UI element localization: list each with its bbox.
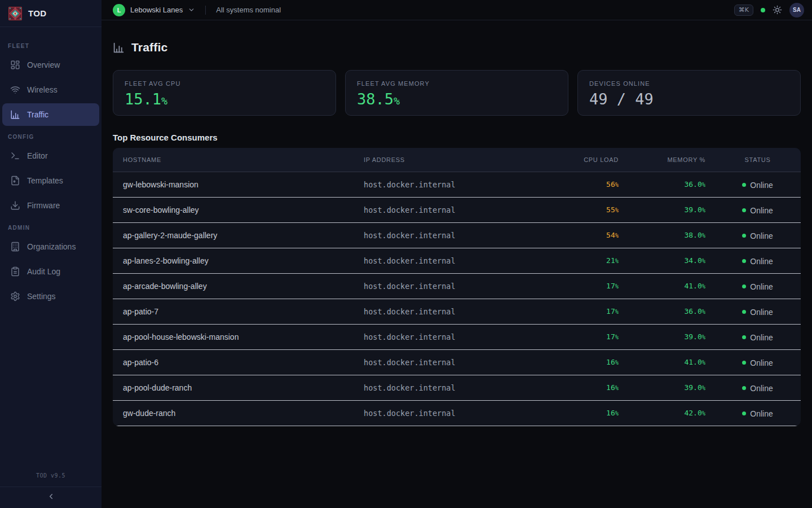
sidebar-item-wireless[interactable]: Wireless [2,78,99,101]
cell-memory: 42.0% [628,400,714,426]
sidebar-item-label: Templates [27,176,63,185]
table-header-row: HOSTNAME IP ADDRESS CPU LOAD MEMORY % ST… [113,148,801,172]
cell-hostname: ap-pool-dude-ranch [113,375,355,400]
table-row[interactable]: sw-core-bowling-alley host.docker.intern… [113,197,801,222]
cell-hostname: sw-core-bowling-alley [113,197,355,222]
building-icon [10,242,20,252]
topbar-divider [205,6,206,15]
status-text: Online [750,282,773,291]
page-title: Traffic [131,41,167,54]
stat-card-fleet-avg-memory: FLEET AVG MEMORY 38.5% [345,70,568,116]
cell-hostname: gw-lebowski-mansion [113,172,355,197]
cell-ip: host.docker.internal [355,400,547,426]
table-row[interactable]: gw-lebowski-mansion host.docker.internal… [113,172,801,197]
cell-hostname: ap-patio-7 [113,299,355,324]
download-icon [10,200,20,211]
online-dot-icon [742,310,746,314]
column-header-ip: IP ADDRESS [355,148,547,172]
cell-memory: 39.0% [628,197,714,222]
status-text: Online [750,257,773,266]
column-header-cpu: CPU LOAD [547,148,628,172]
online-dot-icon [742,386,746,390]
cell-cpu: 21% [547,248,628,273]
status-text: Online [750,308,773,317]
sun-icon [773,5,782,15]
page-content: Traffic FLEET AVG CPU 15.1% FLEET AVG ME… [102,20,812,426]
cell-ip: host.docker.internal [355,349,547,375]
cell-cpu: 54% [547,222,628,248]
sidebar-item-overview[interactable]: Overview [2,54,99,76]
table-row[interactable]: ap-arcade-bowling-alley host.docker.inte… [113,273,801,299]
theme-toggle-button[interactable] [773,5,782,15]
sidebar-item-firmware[interactable]: Firmware [2,194,99,217]
app-name: TOD [28,8,47,18]
online-dot-icon [742,234,746,238]
user-avatar[interactable]: SA [789,3,804,17]
cell-cpu: 56% [547,172,628,197]
sidebar-nav: FLEET Overview Wireless Traffic CONFIG E… [0,27,102,472]
sidebar-item-traffic[interactable]: Traffic [2,103,99,126]
cell-ip: host.docker.internal [355,273,547,299]
table-row[interactable]: gw-dude-ranch host.docker.internal 16% 4… [113,400,801,426]
system-status-text: All systems nominal [216,6,281,14]
org-switcher[interactable]: L Lebowski Lanes [113,4,195,16]
cell-status: Online [714,349,801,375]
sidebar-item-settings[interactable]: Settings [2,285,99,308]
file-icon [10,176,20,186]
table-row[interactable]: ap-patio-6 host.docker.internal 16% 41.0… [113,349,801,375]
status-text: Online [750,409,773,418]
sidebar-item-label: Organizations [27,242,76,251]
command-palette-shortcut[interactable]: ⌘K [734,5,753,16]
sidebar-collapse-button[interactable] [0,487,102,508]
cell-ip: host.docker.internal [355,248,547,273]
online-dot-icon [742,259,746,263]
table-row[interactable]: ap-pool-house-lebowski-mansion host.dock… [113,324,801,349]
online-dot-icon [742,208,746,212]
org-avatar: L [113,4,125,16]
cell-cpu: 17% [547,273,628,299]
sidebar-item-organizations[interactable]: Organizations [2,235,99,258]
org-name: Lebowski Lanes [130,6,183,14]
column-header-hostname: HOSTNAME [113,148,355,172]
status-text: Online [750,181,773,190]
cell-hostname: ap-arcade-bowling-alley [113,273,355,299]
status-text: Online [750,206,773,215]
sidebar-item-label: Overview [27,60,60,69]
app-logo-icon [8,6,23,21]
table-row[interactable]: ap-pool-dude-ranch host.docker.internal … [113,375,801,400]
cell-hostname: ap-patio-6 [113,349,355,375]
cell-memory: 39.0% [628,324,714,349]
table-row[interactable]: ap-gallery-2-maude-gallery host.docker.i… [113,222,801,248]
cell-status: Online [714,197,801,222]
health-dot [761,8,765,12]
status-text: Online [750,231,773,240]
cell-cpu: 17% [547,324,628,349]
online-dot-icon [742,284,746,288]
cell-cpu: 17% [547,299,628,324]
table-title: Top Resource Consumers [113,133,801,142]
cell-status: Online [714,400,801,426]
sidebar-item-editor[interactable]: Editor [2,144,99,167]
stat-card-fleet-avg-cpu: FLEET AVG CPU 15.1% [113,70,336,116]
cell-ip: host.docker.internal [355,375,547,400]
stat-value: 15.1% [125,91,324,108]
cell-ip: host.docker.internal [355,172,547,197]
cell-status: Online [714,299,801,324]
cell-ip: host.docker.internal [355,222,547,248]
sidebar-item-audit-log[interactable]: Audit Log [2,260,99,283]
bar-chart-icon [113,42,125,54]
stats-row: FLEET AVG CPU 15.1% FLEET AVG MEMORY 38.… [113,70,801,116]
cell-cpu: 55% [547,197,628,222]
stat-label: DEVICES ONLINE [589,80,789,87]
sidebar-item-label: Settings [27,292,56,301]
column-header-status: STATUS [714,148,801,172]
table-row[interactable]: ap-patio-7 host.docker.internal 17% 36.0… [113,299,801,324]
table-row[interactable]: ap-lanes-2-bowling-alley host.docker.int… [113,248,801,273]
top-consumers-table: HOSTNAME IP ADDRESS CPU LOAD MEMORY % ST… [113,148,801,426]
sidebar-item-label: Wireless [27,85,58,94]
sidebar-section-label: ADMIN [8,225,102,231]
sidebar-item-templates[interactable]: Templates [2,169,99,192]
bar-chart-icon [10,110,20,120]
topbar-right: ⌘K SA [734,3,804,17]
cell-status: Online [714,172,801,197]
